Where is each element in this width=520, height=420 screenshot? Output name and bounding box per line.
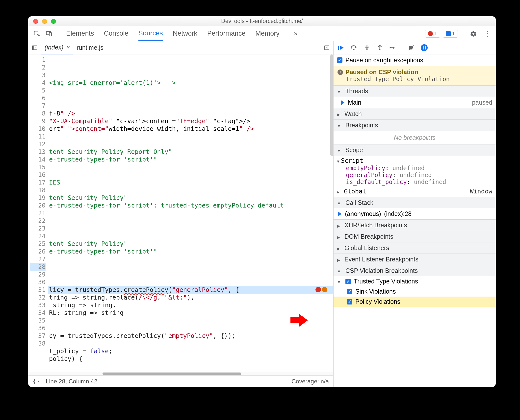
tab-performance[interactable]: Performance [207,26,246,41]
tab-network[interactable]: Network [173,26,197,41]
zoom-window-icon[interactable] [51,19,56,24]
event-listener-breakpoints-header[interactable]: Event Listener Breakpoints [334,254,496,265]
navigator-toggle-icon[interactable] [28,45,41,51]
code-line[interactable] [48,278,333,286]
code-line[interactable]: e-trusted-types-for 'script'" [48,156,333,163]
resume-icon[interactable] [336,43,347,53]
code-line[interactable]: tent-Security-Policy" [48,240,333,248]
code-line[interactable]: string => string, [48,301,333,309]
csp-breakpoint-policy[interactable]: Policy Violations [334,297,496,307]
global-listeners-header[interactable]: Global Listeners [334,242,496,254]
device-toggle-icon[interactable] [44,29,54,38]
line-number: 15 [30,163,46,171]
pause-on-exceptions-icon[interactable] [418,43,430,53]
code-line[interactable]: <img src=1 onerror='alert(1)'> --> [48,79,333,87]
code-panel: 1234567891011121314151617181920212223242… [28,54,334,387]
tab-memory[interactable]: Memory [255,26,280,41]
inspect-element-icon[interactable] [31,29,42,38]
checkbox-icon[interactable] [337,57,342,63]
step-icon[interactable] [387,43,398,53]
code-line[interactable] [48,271,333,278]
code-line[interactable] [48,340,333,347]
csp-breakpoint-sink[interactable]: Sink Violations [334,286,496,297]
code-line[interactable]: e-trusted-types-for 'script'" [48,248,333,255]
code-line[interactable] [48,255,333,263]
code-line[interactable]: t_policy = false; [48,347,333,355]
checkbox-icon[interactable] [347,289,352,294]
watch-header[interactable]: Watch [334,108,496,119]
code-line[interactable]: cy = trustedTypes.createPolicy("emptyPol… [48,332,333,340]
code-line[interactable] [48,163,333,171]
code-line[interactable] [48,317,333,324]
call-stack-item[interactable]: (anonymous) (index):28 [334,208,496,219]
code-line[interactable]: e-trusted-types-for 'script'; trusted-ty… [48,202,333,209]
pause-on-exceptions-label: Pause on caught exceptions [345,57,423,64]
code-line[interactable] [48,324,333,332]
code-line[interactable]: f-8" /> [48,110,333,117]
code-line[interactable]: "X-UA-Compatible" "c-var">content="IE=ed… [48,117,333,125]
call-stack-header[interactable]: Call Stack [334,197,496,208]
pretty-print-icon[interactable]: {} [33,378,40,385]
code-line[interactable]: ort" ">content="width=device-width, init… [48,125,333,133]
code-line[interactable] [48,225,333,232]
code-line[interactable] [48,209,333,217]
svg-rect-18 [425,46,426,49]
code-line[interactable] [48,263,333,271]
horizontal-scrollbar-thumb[interactable] [103,373,241,375]
dom-breakpoints-header[interactable]: DOM Breakpoints [334,231,496,242]
code-line[interactable] [48,232,333,240]
code-line[interactable]: IES [48,179,333,186]
tab-elements[interactable]: Elements [66,26,94,41]
step-out-icon[interactable] [374,43,386,53]
thread-main[interactable]: Main paused [334,97,496,108]
code-line[interactable]: tent-Security-Policy" [48,194,333,202]
more-tabs-icon[interactable]: » [294,30,298,37]
deactivate-breakpoints-icon[interactable] [406,43,417,53]
threads-header[interactable]: Threads [334,85,496,97]
line-number: 38 [30,340,46,347]
csp-breakpoint-trusted-type[interactable]: Trusted Type Violations [334,276,496,286]
tab-sources[interactable]: Sources [138,26,163,41]
scope-global-row[interactable]: Global Window [334,186,496,197]
scope-script-row[interactable]: Script [334,156,496,165]
code-line[interactable] [48,171,333,179]
breakpoints-header[interactable]: Breakpoints [334,119,496,131]
pause-on-exceptions-row[interactable]: Pause on caught exceptions [334,54,496,66]
devtools-window: DevTools - tt-enforced.glitch.me/ Elemen… [28,16,496,387]
minimize-window-icon[interactable] [42,19,47,24]
step-over-icon[interactable] [348,43,360,53]
message-count-badge[interactable]: 1 [443,30,458,38]
line-number: 26 [30,248,46,255]
close-tab-icon[interactable]: ✕ [66,45,70,50]
close-window-icon[interactable] [33,19,38,24]
step-into-icon[interactable] [361,43,373,53]
code-line[interactable] [48,102,333,110]
scope-header[interactable]: Scope [334,144,496,156]
code-editor[interactable]: <img src=1 onerror='alert(1)'> -->f-8" /… [48,54,333,372]
code-line[interactable] [48,87,333,94]
code-line[interactable]: policy) { [48,355,333,363]
code-line[interactable] [48,94,333,102]
line-number: 23 [30,225,46,232]
code-line[interactable] [48,217,333,225]
code-line[interactable]: licy = trustedTypes.createPolicy("genera… [48,286,333,294]
csp-breakpoints-header[interactable]: CSP Violation Breakpoints [334,265,496,276]
code-line[interactable]: tent-Security-Policy-Report-Only" [48,148,333,156]
error-count-badge[interactable]: 1 [425,30,440,38]
code-line[interactable]: RL: string => string [48,309,333,317]
settings-icon[interactable] [468,30,479,37]
file-tab-index[interactable]: (index) ✕ [41,41,73,54]
checkbox-icon[interactable] [347,299,352,304]
file-tab-runtimejs[interactable]: runtime.js [73,41,107,54]
code-line[interactable] [48,133,333,140]
horizontal-scrollbar-track[interactable] [28,372,333,375]
checkbox-icon[interactable] [345,279,351,284]
tab-console[interactable]: Console [104,26,129,41]
kebab-menu-icon[interactable]: ⋮ [482,29,493,38]
code-line[interactable]: tring => string.replace(/\</g, "&lt;"), [48,294,333,301]
code-line[interactable] [48,363,333,370]
xhr-breakpoints-header[interactable]: XHR/fetch Breakpoints [334,219,496,231]
snippets-toggle-icon[interactable] [320,45,333,51]
code-line[interactable] [48,186,333,194]
code-line[interactable] [48,140,333,148]
